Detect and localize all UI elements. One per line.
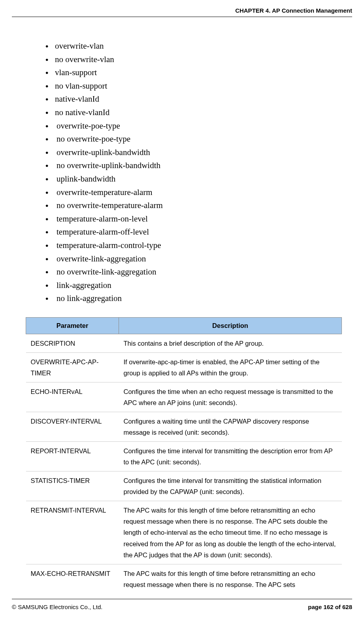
table-row: REPORT-INTERVAL Configures the time inte… — [26, 442, 342, 471]
cell-desc: Configures the time interval for transmi… — [119, 442, 342, 471]
main-content: overwrite-vlan no overwrite-vlan vlan-su… — [45, 40, 340, 594]
table-header-row: Parameter Description — [26, 317, 342, 334]
cell-param: DISCOVERY-INTERVAL — [26, 412, 119, 442]
chapter-header: CHAPTER 4. AP Connection Management — [235, 7, 352, 14]
cell-desc: This contains a brief description of the… — [119, 334, 342, 352]
cell-desc: Configures the time when an echo request… — [119, 382, 342, 412]
th-parameter: Parameter — [26, 317, 119, 334]
table-row: DESCRIPTION This contains a brief descri… — [26, 334, 342, 352]
list-item: no overwrite-poe-type — [45, 133, 340, 146]
cell-param: OVERWRITE-APC-AP-TIMER — [26, 352, 119, 382]
cell-param: ECHO-INTERvAL — [26, 382, 119, 412]
cell-param: DESCRIPTION — [26, 334, 119, 352]
list-item: no overwrite-uplink-bandwidth — [45, 159, 340, 172]
list-item: overwrite-temperature-alarm — [45, 186, 340, 199]
parameter-table-wrap: Parameter Description DESCRIPTION This c… — [26, 317, 342, 594]
command-list: overwrite-vlan no overwrite-vlan vlan-su… — [45, 40, 340, 305]
cell-desc: Configures a waiting time until the CAPW… — [119, 412, 342, 442]
cell-param: REPORT-INTERVAL — [26, 442, 119, 471]
list-item: overwrite-vlan — [45, 40, 340, 53]
list-item: no link-aggregation — [45, 292, 340, 305]
list-item: vlan-support — [45, 66, 340, 80]
list-item: native-vlanId — [45, 93, 340, 106]
list-item: overwrite-uplink-bandwidth — [45, 146, 340, 159]
cell-desc: Configures the time interval for transmi… — [119, 471, 342, 501]
parameter-table: Parameter Description DESCRIPTION This c… — [26, 317, 342, 594]
list-item: overwrite-link-aggregation — [45, 252, 340, 266]
cell-desc: If overwrite-apc-ap-timer is enabled, th… — [119, 352, 342, 382]
table-row: RETRANSMIT-INTERVAL The APC waits for th… — [26, 501, 342, 564]
footer-copyright: © SAMSUNG Electronics Co., Ltd. — [12, 604, 102, 610]
list-item: no overwrite-vlan — [45, 53, 340, 66]
list-item: no overwrite-link-aggregation — [45, 265, 340, 279]
list-item: temperature-alarm-control-type — [45, 239, 340, 252]
cell-desc: The APC waits for this length of time be… — [119, 564, 342, 594]
footer-page: page 162 of 628 — [308, 604, 352, 610]
list-item: uplink-bandwidth — [45, 172, 340, 186]
th-description: Description — [119, 317, 342, 334]
table-row: STATISTICS-TIMER Configures the time int… — [26, 471, 342, 501]
list-item: no vlan-support — [45, 80, 340, 93]
footer-rule — [12, 599, 352, 599]
list-item: no overwrite-temperature-alarm — [45, 199, 340, 212]
list-item: link-aggregation — [45, 279, 340, 292]
cell-param: MAX-ECHO-RETRANSMIT — [26, 564, 119, 594]
cell-desc: The APC waits for this length of time be… — [119, 501, 342, 564]
list-item: temperature-alarm-on-level — [45, 212, 340, 226]
table-row: DISCOVERY-INTERVAL Configures a waiting … — [26, 412, 342, 442]
cell-param: RETRANSMIT-INTERVAL — [26, 501, 119, 564]
list-item: no native-vlanId — [45, 106, 340, 119]
list-item: overwrite-poe-type — [45, 119, 340, 133]
list-item: temperature-alarm-off-level — [45, 225, 340, 239]
cell-param: STATISTICS-TIMER — [26, 471, 119, 501]
table-row: OVERWRITE-APC-AP-TIMER If overwrite-apc-… — [26, 352, 342, 382]
table-row: ECHO-INTERvAL Configures the time when a… — [26, 382, 342, 412]
header-rule — [12, 17, 352, 17]
table-row: MAX-ECHO-RETRANSMIT The APC waits for th… — [26, 564, 342, 594]
